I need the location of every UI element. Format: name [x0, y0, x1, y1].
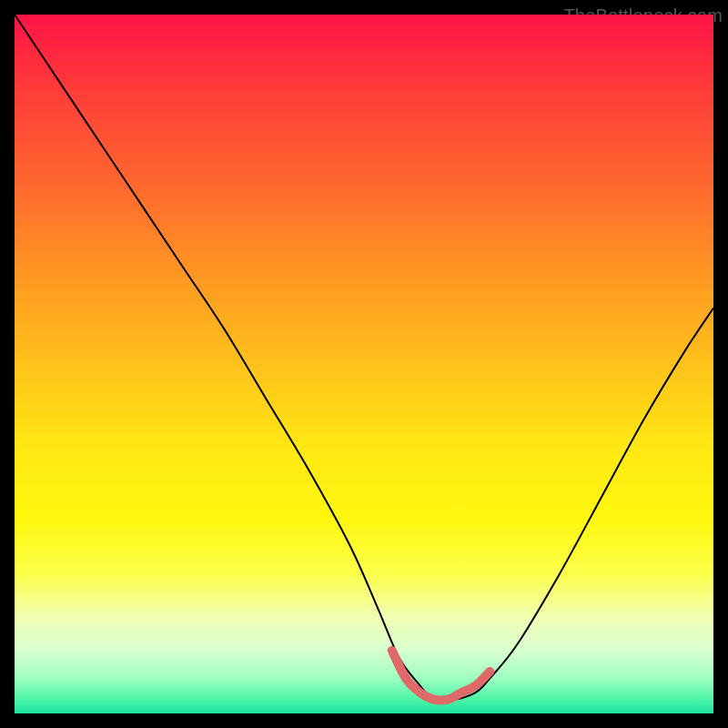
chart-svg: [15, 15, 713, 713]
bottleneck-curve: [15, 15, 713, 701]
chart-container: TheBottleneck.com: [0, 0, 728, 728]
plot-area: [15, 15, 713, 713]
